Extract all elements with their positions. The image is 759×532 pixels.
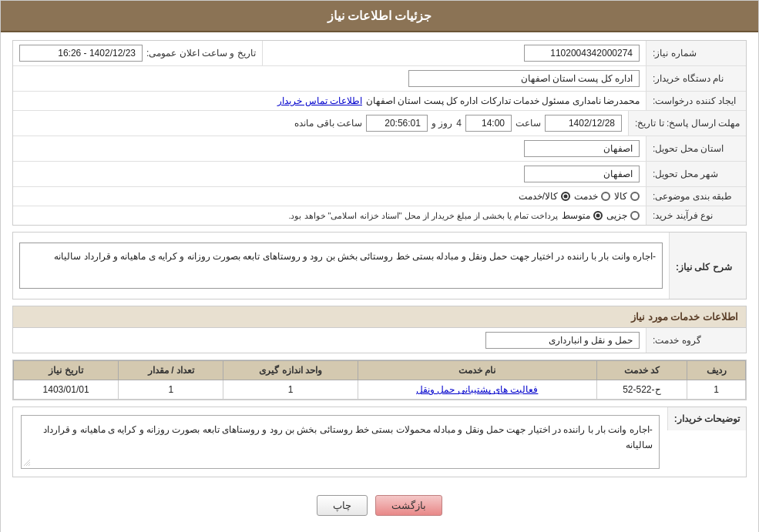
buyer-desc-box: -اجاره وانت بار با راننده در اختیار جهت … (21, 415, 660, 469)
deadline-remain-label: ساعت باقی مانده (294, 118, 362, 129)
process-jozvi-radio (630, 211, 640, 220)
buyer-desc-section: توضیحات خریدار: -اجاره وانت بار با رانند… (12, 407, 747, 477)
creator-label: ایجاد کننده درخواست: (646, 92, 746, 110)
general-desc-row: شرح کلی نیاز: -اجاره وانت بار با راننده … (13, 233, 746, 299)
creator-link[interactable]: اطلاعات تماس خریدار (277, 95, 362, 106)
buyer-org-label: نام دستگاه خریدار: (646, 66, 746, 91)
category-kala-label: کالا (614, 191, 627, 202)
page-header: جزئیات اطلاعات نیاز (1, 1, 758, 32)
deadline-label: مهلت ارسال پاسخ: تا تاریخ: (628, 111, 746, 136)
row-deadline: مهلت ارسال پاسخ: تا تاریخ: 1402/12/28 سا… (13, 111, 746, 136)
category-kala-option[interactable]: کالا (614, 191, 640, 202)
col-date-header: تاریخ نیاز (14, 361, 119, 380)
category-options: کالا خدمت کالا/خدمت (13, 187, 646, 206)
row-city: شهر محل تحویل: اصفهان (13, 162, 746, 187)
deadline-value-area: 1402/12/28 ساعت 14:00 4 روز و 20:56:01 س… (13, 111, 628, 136)
buyer-desc-label: توضیحات خریدار: (667, 407, 746, 430)
col-row-header: ردیف (687, 361, 746, 380)
button-row: بازگشت چاپ (12, 483, 747, 527)
cell-count: 1 (119, 380, 223, 400)
row-category: طبقه بندی موضوعی: کالا خدمت کالا/خدمت (13, 187, 746, 206)
process-motavasset-label: متوسط (562, 210, 590, 221)
process-motavasset-radio (593, 211, 603, 220)
service-group-row: گروه خدمت: حمل و نقل و انبارداری (13, 328, 746, 353)
category-label: طبقه بندی موضوعی: (646, 187, 746, 206)
deadline-time-label: ساعت (516, 118, 541, 129)
buyer-org-box: اداره کل پست استان اصفهان (408, 70, 640, 87)
print-button[interactable]: چاپ (317, 495, 368, 516)
row-province: استان محل تحویل: اصفهان (13, 136, 746, 162)
general-desc-content: -اجاره وانت بار با راننده در اختیار جهت … (13, 233, 669, 299)
page-title: جزئیات اطلاعات نیاز (327, 9, 432, 22)
process-jozvi-label: جزیی (606, 210, 627, 221)
category-khedmat-label: خدمت (574, 191, 598, 202)
service-info-title: اطلاعات خدمات مورد نیاز (13, 306, 746, 328)
main-info-section: شماره نیاز: 1102004342000274 تاریخ و ساع… (12, 40, 747, 226)
process-motavasset-option[interactable]: متوسط (562, 210, 603, 221)
province-label: استان محل تحویل: (646, 136, 746, 161)
needs-table: ردیف کد خدمت نام خدمت واحد اندازه گیری ت… (13, 360, 746, 400)
announce-date-label: تاریخ و ساعت اعلان عمومی: (146, 48, 256, 59)
announce-date-box: 1402/12/23 - 16:26 (19, 45, 143, 62)
general-desc-section: شرح کلی نیاز: -اجاره وانت بار با راننده … (12, 232, 747, 299)
row-need-number: شماره نیاز: 1102004342000274 تاریخ و ساع… (13, 41, 746, 66)
col-name-header: نام خدمت (358, 361, 596, 380)
row-process-type: نوع فرآیند خرید: جزیی متوسط پرداخت تمام … (13, 206, 746, 225)
deadline-date-box: 1402/12/28 (545, 115, 622, 132)
category-khedmat-option[interactable]: خدمت (574, 191, 610, 202)
col-code-header: کد خدمت (596, 361, 687, 380)
col-count-header: تعداد / مقدار (119, 361, 223, 380)
need-number-box: 1102004342000274 (524, 45, 640, 62)
general-desc-box: -اجاره وانت بار با راننده در اختیار جهت … (19, 243, 663, 289)
need-number-label: شماره نیاز: (646, 41, 746, 65)
deadline-time-box: 14:00 (465, 115, 512, 132)
resize-icon[interactable] (23, 459, 31, 467)
process-options: جزیی متوسط پرداخت تمام یا بخشی از مبلغ خ… (13, 206, 646, 225)
service-group-value: حمل و نقل و انبارداری (13, 328, 646, 353)
category-kala-khedmat-label: کالا/خدمت (519, 191, 558, 202)
cell-row: 1 (687, 380, 746, 400)
need-number-value: 1102004342000274 (263, 41, 646, 65)
process-jozvi-option[interactable]: جزیی (606, 210, 640, 221)
row-creator: ایجاد کننده درخواست: محمدرضا نامداری مسئ… (13, 92, 746, 111)
creator-value-area: محمدرضا نامداری مسئول خدمات تدارکات ادار… (13, 92, 646, 110)
back-button[interactable]: بازگشت (375, 495, 442, 516)
row-buyer-org: نام دستگاه خریدار: اداره کل پست استان اص… (13, 66, 746, 92)
cell-date: 1403/01/01 (14, 380, 119, 400)
needs-table-section: ردیف کد خدمت نام خدمت واحد اندازه گیری ت… (12, 360, 747, 400)
category-kala-radio (630, 192, 640, 201)
service-group-label: گروه خدمت: (646, 328, 746, 353)
service-group-box: حمل و نقل و انبارداری (485, 332, 640, 349)
table-row: 1 ح-522-52 فعالیت های پشتیبانی حمل ونقل … (14, 380, 746, 400)
cell-unit: 1 (223, 380, 358, 400)
buyer-desc-content-area: -اجاره وانت بار با راننده در اختیار جهت … (13, 407, 667, 477)
service-info-section: اطلاعات خدمات مورد نیاز گروه خدمت: حمل و… (12, 306, 747, 353)
process-label: نوع فرآیند خرید: (646, 206, 746, 225)
deadline-days-value: 4 (456, 118, 462, 129)
col-unit-header: واحد اندازه گیری (223, 361, 358, 380)
general-desc-label: شرح کلی نیاز: (669, 233, 746, 299)
category-khedmat-radio (601, 192, 610, 201)
cell-name[interactable]: فعالیت های پشتیبانی حمل ونقل (358, 380, 596, 400)
category-kala-khedmat-radio (561, 192, 570, 201)
table-header-row: ردیف کد خدمت نام خدمت واحد اندازه گیری ت… (14, 361, 746, 380)
province-value: اصفهان (13, 136, 646, 161)
table-body: 1 ح-522-52 فعالیت های پشتیبانی حمل ونقل … (14, 380, 746, 400)
city-box: اصفهان (524, 166, 640, 182)
process-desc: پرداخت تمام یا بخشی از مبلغ خریدار از مح… (288, 211, 558, 221)
deadline-remain-box: 20:56:01 (366, 115, 428, 132)
cell-code: ح-522-52 (596, 380, 687, 400)
deadline-day-label: روز و (432, 118, 452, 129)
buyer-org-value: اداره کل پست استان اصفهان (13, 66, 646, 91)
svg-line-2 (29, 464, 30, 466)
city-label: شهر محل تحویل: (646, 162, 746, 186)
province-box: اصفهان (524, 140, 640, 157)
city-value: اصفهان (13, 162, 646, 186)
creator-name: محمدرضا نامداری مسئول خدمات تدارکات ادار… (366, 95, 640, 106)
category-kala-khedmat-option[interactable]: کالا/خدمت (519, 191, 570, 202)
